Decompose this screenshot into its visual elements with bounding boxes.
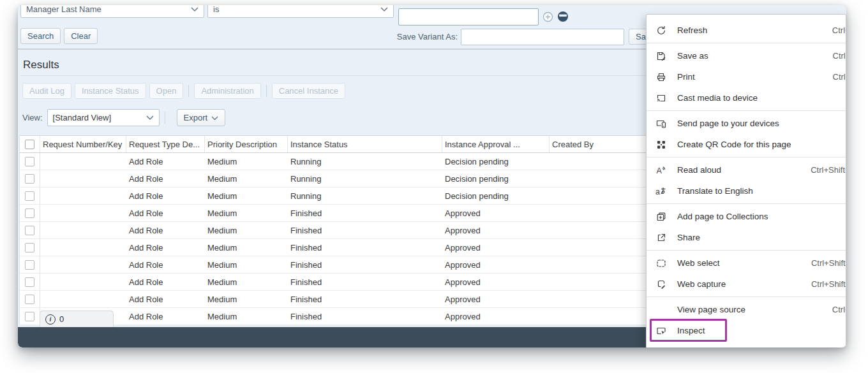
row-checkbox[interactable] <box>25 157 34 166</box>
row-checkbox[interactable] <box>25 243 34 252</box>
remove-row-button[interactable] <box>557 11 569 22</box>
cell-instance-status: Finished <box>288 222 442 238</box>
menu-item-add-to-collections[interactable]: Add page to Collections <box>647 206 846 227</box>
cell-request-number <box>40 187 126 204</box>
inspect-icon <box>655 325 666 336</box>
menu-item-save-as[interactable]: Save as Ctrl+S <box>647 45 846 66</box>
menu-item-cast[interactable]: Cast media to device <box>647 87 846 108</box>
menu-shortcut: Ctrl+R <box>832 26 846 35</box>
cell-priority: Medium <box>205 256 288 273</box>
cell-request-number <box>40 170 126 187</box>
cell-approval: Approved <box>442 205 550 221</box>
menu-shortcut: Ctrl+U <box>832 305 846 314</box>
cell-priority: Medium <box>205 291 288 307</box>
cell-priority: Medium <box>205 308 288 325</box>
print-icon <box>655 71 666 82</box>
cell-request-number <box>40 239 126 256</box>
row-checkbox[interactable] <box>25 312 34 321</box>
cell-request-number <box>40 291 126 307</box>
menu-separator <box>647 203 846 204</box>
menu-item-create-qr-code[interactable]: Create QR Code for this page <box>647 134 846 155</box>
administration-button[interactable]: Administration <box>194 83 260 99</box>
info-icon: i <box>45 314 56 325</box>
filter-field-select[interactable]: Manager Last Name <box>20 5 204 18</box>
view-select-value: [Standard View] <box>53 113 112 122</box>
cell-instance-status: Running <box>288 170 442 187</box>
filter-value-input[interactable] <box>398 8 539 26</box>
row-checkbox[interactable] <box>25 226 34 235</box>
plus-circle-icon <box>542 11 553 22</box>
cell-request-type: Add Role <box>126 187 205 204</box>
menu-item-view-page-source[interactable]: View page source Ctrl+U <box>647 299 846 320</box>
menu-item-web-capture[interactable]: Web capture Ctrl+Shift+S <box>647 274 846 295</box>
cell-request-number <box>40 256 126 273</box>
cast-icon <box>655 92 666 103</box>
row-checkbox[interactable] <box>25 277 34 287</box>
column-header-instance-status[interactable]: Instance Status <box>288 136 442 152</box>
results-toolbar: Audit Log Instance Status Open Administr… <box>22 83 345 99</box>
column-header-request-number[interactable]: Request Number/Key <box>40 136 126 152</box>
column-header-priority[interactable]: Priority Description <box>205 136 288 152</box>
cell-instance-status: Finished <box>288 256 442 273</box>
menu-shortcut: Ctrl+Shift+S <box>811 279 846 289</box>
add-row-button[interactable] <box>542 11 553 22</box>
search-button[interactable]: Search <box>20 28 61 44</box>
column-header-instance-approval[interactable]: Instance Approval ... <box>442 136 550 152</box>
cell-priority: Medium <box>205 222 288 238</box>
row-checkbox[interactable] <box>25 260 34 270</box>
clear-button[interactable]: Clear <box>64 28 98 44</box>
cell-priority: Medium <box>205 274 288 290</box>
view-separator <box>165 112 165 124</box>
menu-item-translate[interactable]: a Translate to English <box>647 180 846 201</box>
export-button[interactable]: Export <box>177 109 226 126</box>
message-info-tab[interactable]: i 0 <box>40 311 114 327</box>
cell-request-type: Add Role <box>126 256 205 273</box>
row-checkbox[interactable] <box>25 295 34 304</box>
chevron-down-icon <box>191 5 198 14</box>
cell-priority: Medium <box>205 239 288 256</box>
menu-shortcut: Ctrl+P <box>833 72 846 82</box>
cell-approval: Approved <box>442 291 550 307</box>
filter-operator-value: is <box>213 5 219 14</box>
menu-item-print[interactable]: Print Ctrl+P <box>647 66 846 87</box>
cell-request-type: Add Role <box>126 239 205 256</box>
read-aloud-icon: A <box>655 165 666 175</box>
cell-request-number <box>40 222 126 238</box>
menu-item-web-select[interactable]: Web select Ctrl+Shift+X <box>647 252 846 274</box>
web-select-icon <box>655 258 666 268</box>
menu-separator <box>647 110 846 111</box>
view-select[interactable]: [Standard View] <box>47 109 160 126</box>
share-icon <box>655 232 666 243</box>
collections-icon <box>655 211 666 222</box>
row-checkbox[interactable] <box>25 208 34 218</box>
cell-request-type: Add Role <box>126 308 205 325</box>
menu-item-refresh[interactable]: Refresh Ctrl+R <box>647 20 846 41</box>
browser-context-menu: Refresh Ctrl+R Save as Ctrl+S Print Ctrl… <box>646 14 846 347</box>
audit-log-button[interactable]: Audit Log <box>22 83 71 99</box>
row-checkbox[interactable] <box>25 174 34 184</box>
open-button[interactable]: Open <box>149 83 184 99</box>
cell-instance-status: Finished <box>288 274 442 290</box>
cancel-instance-button[interactable]: Cancel Instance <box>272 83 345 99</box>
send-devices-icon <box>655 118 666 129</box>
save-variant-input[interactable] <box>461 29 624 45</box>
chevron-down-icon <box>380 5 388 14</box>
filter-operator-select[interactable]: is <box>207 5 394 18</box>
menu-item-read-aloud[interactable]: A Read aloud Ctrl+Shift+U <box>647 159 846 180</box>
column-header-request-type[interactable]: Request Type De... <box>126 136 205 152</box>
instance-status-button[interactable]: Instance Status <box>75 83 146 99</box>
menu-item-share[interactable]: Share <box>647 227 846 248</box>
toolbar-separator <box>266 85 267 97</box>
select-all-checkbox[interactable] <box>25 140 34 149</box>
menu-item-inspect[interactable]: Inspect <box>647 320 846 341</box>
svg-text:a: a <box>655 187 660 196</box>
row-checkbox[interactable] <box>25 191 34 201</box>
cell-approval: Approved <box>442 222 550 238</box>
cell-request-type: Add Role <box>126 153 205 170</box>
cell-request-type: Add Role <box>126 170 205 187</box>
translate-icon: a <box>655 186 666 196</box>
cell-instance-status: Finished <box>288 291 442 307</box>
menu-item-send-to-devices[interactable]: Send page to your devices <box>647 113 846 134</box>
view-row: View: [Standard View] Export <box>22 109 225 126</box>
cell-priority: Medium <box>205 187 288 204</box>
